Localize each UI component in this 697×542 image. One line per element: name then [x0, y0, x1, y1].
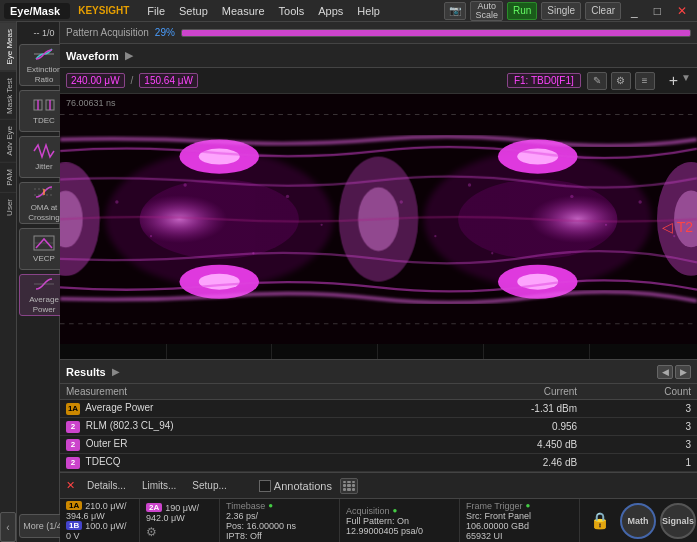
meas-current-cell: 0.956 — [412, 418, 583, 436]
col-count: Count — [583, 384, 697, 400]
meas-count-cell: 3 — [583, 436, 697, 454]
mask-test-tab[interactable]: Mask Test — [0, 71, 16, 120]
meas-current-cell: -1.31 dBm — [412, 400, 583, 418]
scope-display[interactable]: 76.00631 ns ◁ T2 — [60, 94, 697, 359]
trigger-arrow[interactable]: ◁ T2 — [662, 219, 693, 235]
camera-button[interactable]: 📷 — [444, 2, 466, 20]
scroll-left-btn[interactable]: ◀ — [657, 365, 673, 379]
clear-button[interactable]: Clear — [585, 2, 621, 20]
waveform-arrow[interactable]: ▶ — [125, 49, 133, 62]
acq-val2: 12.99000405 psa/0 — [346, 526, 453, 536]
grid-layout-button[interactable] — [340, 478, 358, 494]
run-button[interactable]: Run — [507, 2, 537, 20]
ch-menu-icon[interactable]: ≡ — [635, 72, 655, 90]
app-title-area: Eye/Mask — [4, 3, 70, 19]
ch-settings-icon[interactable]: ⚙ — [611, 72, 631, 90]
timebase-val2: Pos: 16.00000 ns — [226, 521, 333, 531]
ch1a-val1: 210.0 μW/ — [85, 501, 126, 511]
svg-point-30 — [115, 200, 118, 203]
svg-point-37 — [434, 235, 436, 237]
svg-point-40 — [570, 195, 573, 198]
waveform-bar: Waveform ▶ — [60, 44, 697, 68]
ch-dropdown-icon[interactable]: ▼ — [681, 72, 691, 90]
ch-settings-gear[interactable]: ⚙ — [146, 525, 157, 539]
close-button[interactable]: ✕ — [671, 4, 693, 18]
results-header: Results ▶ ◀ ▶ — [60, 360, 697, 384]
meas-name-cell: 1A Average Power — [60, 400, 412, 418]
side-nav: Eye Meas Mask Test Adv Eye PAM User ‹ — [0, 22, 17, 542]
main-layout: Eye Meas Mask Test Adv Eye PAM User ‹ --… — [0, 22, 697, 542]
table-row: 1A Average Power -1.31 dBm 3 — [60, 400, 697, 418]
action-bar: ✕ Details... Limits... Setup... Annotati… — [60, 472, 697, 498]
eye-meas-tab[interactable]: Eye Meas — [0, 22, 16, 71]
frame-trigger-val3: 65932 UI — [466, 531, 573, 541]
ch-name[interactable]: F1: TBD0[F1] — [507, 73, 581, 88]
single-button[interactable]: Single — [541, 2, 581, 20]
timebase-label: Timebase — [226, 501, 265, 511]
status-ch2a: 2A 190 μW/ 942.0 μW ⚙ — [140, 499, 220, 542]
close-icon: ✕ — [66, 479, 75, 492]
user-tab[interactable]: User — [0, 192, 16, 222]
svg-point-34 — [286, 195, 289, 198]
scroll-buttons: ◀ ▶ — [657, 365, 691, 379]
limits-button[interactable]: Limits... — [138, 479, 180, 492]
meas-badge: 2 — [66, 457, 80, 469]
ch2a-val2: 942.0 μW — [146, 513, 213, 523]
scroll-right-btn[interactable]: ▶ — [675, 365, 691, 379]
menu-setup[interactable]: Setup — [173, 3, 214, 19]
ch-value1[interactable]: 240.00 μW — [66, 73, 125, 88]
meas-badge: 2 — [66, 421, 80, 433]
pam-tab[interactable]: PAM — [0, 162, 16, 192]
results-arrow[interactable]: ▶ — [112, 366, 120, 377]
minimize-button[interactable]: _ — [625, 4, 644, 18]
status-acquisition: Acquisition ● Full Pattern: On 12.990004… — [340, 499, 460, 542]
ch1a-badge: 1A — [66, 501, 82, 510]
meas-current-cell: 4.450 dB — [412, 436, 583, 454]
table-row: 2 Outer ER 4.450 dB 3 — [60, 436, 697, 454]
acq-progress-fill — [182, 30, 690, 36]
math-button[interactable]: Math — [620, 503, 656, 539]
timebase-indicator: ● — [268, 501, 273, 510]
lock-button[interactable]: 🔒 — [584, 503, 616, 539]
ch-edit-icon[interactable]: ✎ — [587, 72, 607, 90]
svg-point-42 — [638, 200, 641, 203]
ch1a-val3: 100.0 μW/ — [85, 521, 126, 531]
menu-measure[interactable]: Measure — [216, 3, 271, 19]
setup-button[interactable]: Setup... — [188, 479, 230, 492]
acq-percent: 29% — [155, 27, 175, 38]
ch1a-val2: 394.6 μW — [66, 511, 133, 521]
time-label: 76.00631 ns — [66, 98, 116, 108]
ch-value2[interactable]: 150.64 μW — [139, 73, 198, 88]
frame-trigger-indicator: ● — [526, 501, 531, 510]
collapse-button[interactable]: ‹ — [0, 512, 16, 542]
meas-name-cell: 2 RLM (802.3 CL_94) — [60, 418, 412, 436]
acq-progress — [181, 29, 691, 37]
svg-point-32 — [183, 183, 186, 186]
menu-apps[interactable]: Apps — [312, 3, 349, 19]
details-button[interactable]: Details... — [83, 479, 130, 492]
waveform-label: Waveform — [66, 50, 119, 62]
signals-button[interactable]: Signals — [660, 503, 696, 539]
meas-badge: 1A — [66, 403, 80, 415]
menu-file[interactable]: File — [141, 3, 171, 19]
adv-eye-tab[interactable]: Adv Eye — [0, 119, 16, 162]
menu-tools[interactable]: Tools — [273, 3, 311, 19]
frame-trigger-label: Frame Trigger — [466, 501, 523, 511]
toolbar-controls: 📷 AutoScale Run Single Clear _ □ ✕ — [444, 1, 693, 21]
acq-status-label: Acquisition — [346, 506, 390, 516]
svg-point-38 — [468, 183, 471, 186]
meas-badge: 2 — [66, 439, 80, 451]
auto-scale-button[interactable]: AutoScale — [470, 1, 503, 21]
meas-name-cell: 2 TDECQ — [60, 454, 412, 472]
ch-add-controls: + ▼ — [669, 72, 691, 90]
results-panel: Results ▶ ◀ ▶ Measurement Current Count — [60, 359, 697, 472]
left-panel: Eye Meas Mask Test Adv Eye PAM User ‹ --… — [0, 22, 60, 542]
annotations-checkbox[interactable] — [259, 480, 271, 492]
maximize-button[interactable]: □ — [648, 4, 667, 18]
frame-trigger-val2: 106.00000 GBd — [466, 521, 573, 531]
svg-point-35 — [320, 224, 322, 226]
meas-count-cell: 1 — [583, 454, 697, 472]
ch-plus-icon[interactable]: + — [669, 72, 678, 90]
svg-point-43 — [673, 235, 675, 237]
menu-help[interactable]: Help — [351, 3, 386, 19]
